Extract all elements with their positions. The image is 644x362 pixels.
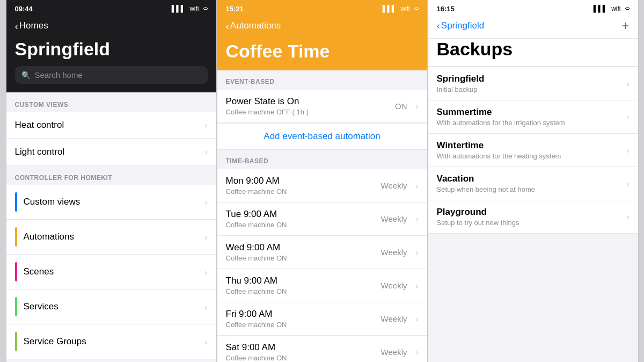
service-groups-label: Service Groups — [24, 336, 201, 347]
backup-subtitle-springfield: Initial backup — [437, 85, 623, 93]
chevron-right-icon-b3: › — [627, 179, 630, 188]
phones-container: 09:44 ▌▌▌ wifi ‹ Homes Springfield 🔍 Sea… — [0, 0, 644, 362]
status-time-1: 09:44 — [15, 5, 33, 13]
time-right-tue: Weekly › — [381, 214, 419, 223]
time-subtitle-thu: Coffee machine ON — [226, 287, 381, 295]
time-subtitle-mon: Coffee machine ON — [226, 187, 381, 196]
time-item-wed[interactable]: Wed 9:00 AM Coffee machine ON Weekly › — [217, 236, 427, 269]
chevron-right-icon-mon: › — [416, 181, 419, 190]
freq-fri: Weekly — [381, 314, 407, 323]
list-item-service-groups[interactable]: Service Groups › — [6, 324, 216, 359]
freq-wed: Weekly — [381, 248, 407, 257]
back-button-2[interactable]: ‹ Automations — [226, 20, 281, 31]
time-right-fri: Weekly › — [381, 314, 419, 323]
back-label-3: Springfield — [441, 20, 484, 31]
backup-title-wintertime: Wintertime — [437, 140, 623, 151]
freq-thu: Weekly — [381, 281, 407, 290]
time-title-thu: Thu 9:00 AM — [226, 276, 381, 286]
freq-mon: Weekly — [381, 181, 407, 190]
search-bar[interactable]: 🔍 Search home — [15, 66, 208, 84]
phone2-title-section: Coffee Time — [217, 39, 427, 70]
backup-item-vacation[interactable]: Vacation Setup when beeing not at home › — [428, 167, 638, 200]
search-placeholder: Search home — [35, 70, 83, 79]
power-state-right: ON › — [395, 102, 419, 111]
chevron-right-icon: › — [205, 120, 208, 129]
phone-springfield: 09:44 ▌▌▌ wifi ‹ Homes Springfield 🔍 Sea… — [6, 0, 217, 362]
list-item-scenes[interactable]: Scenes › — [6, 255, 216, 289]
backup-item-wintertime[interactable]: Wintertime With automations for the heat… — [428, 134, 638, 167]
time-text-thu: Thu 9:00 AM Coffee machine ON — [226, 276, 381, 295]
power-state-item[interactable]: Power State is On Coffee machine OFF ( 1… — [217, 90, 427, 123]
chevron-right-icon-fri: › — [416, 314, 419, 323]
backup-item-summertime[interactable]: Summertime With automations for the irri… — [428, 100, 638, 134]
heat-control-label: Heat control — [15, 120, 201, 131]
section-header-custom-views: CUSTOM VIEWS — [6, 92, 216, 112]
time-item-sat[interactable]: Sat 9:00 AM Coffee machine ON Weekly › — [217, 336, 427, 362]
chevron-left-icon-3: ‹ — [437, 20, 440, 31]
status-bar-3: 16:15 ▌▌▌ wifi — [428, 0, 638, 15]
automations-label: Automations — [24, 231, 201, 242]
time-item-mon[interactable]: Mon 9:00 AM Coffee machine ON Weekly › — [217, 169, 427, 202]
phone3-header: Backups — [428, 39, 638, 67]
accent-bar-services — [15, 297, 17, 316]
back-label-2: Automations — [230, 20, 281, 31]
list-item-services[interactable]: Services › — [6, 289, 216, 324]
backup-title-summertime: Summertime — [437, 107, 623, 118]
list-item-light-control[interactable]: Light control › — [6, 139, 216, 165]
status-icons-2: ▌▌▌ wifi — [383, 5, 419, 12]
back-button-1[interactable]: ‹ Homes — [15, 20, 48, 31]
back-button-3[interactable]: ‹ Springfield — [437, 20, 485, 31]
backup-item-playground[interactable]: Playground Setup to try out new things › — [428, 200, 638, 234]
plus-button[interactable]: + — [621, 19, 629, 32]
time-title-wed: Wed 9:00 AM — [226, 242, 381, 253]
time-text-fri: Fri 9:00 AM Coffee machine ON — [226, 309, 381, 329]
list-item-automations[interactable]: Automations › — [6, 220, 216, 255]
nav-bar-3: ‹ Springfield + — [428, 15, 638, 39]
chevron-right-icon-b4: › — [627, 212, 630, 221]
time-text-wed: Wed 9:00 AM Coffee machine ON — [226, 242, 381, 262]
power-state-title: Power State is On — [226, 96, 396, 107]
chevron-right-icon: › — [205, 147, 208, 156]
freq-tue: Weekly — [381, 214, 407, 223]
backup-title-springfield: Springfield — [437, 74, 623, 84]
time-title-tue: Tue 9:00 AM — [226, 209, 381, 220]
accent-bar-custom-views — [15, 192, 17, 212]
chevron-right-icon: › — [205, 233, 208, 242]
phone-backups: 16:15 ▌▌▌ wifi ‹ Springfield + Backups S… — [428, 0, 639, 362]
chevron-right-icon-tue: › — [416, 214, 419, 223]
backup-item-springfield[interactable]: Springfield Initial backup › — [428, 67, 638, 100]
phone1-content: CUSTOM VIEWS Heat control › Light contro… — [6, 92, 216, 362]
chevron-right-icon: › — [205, 302, 208, 312]
phone-coffee-time: 15:21 ▌▌▌ wifi ‹ Automations Coffee Time… — [217, 0, 428, 362]
chevron-right-icon: › — [205, 198, 208, 207]
backup-subtitle-summertime: With automations for the irrigation syst… — [437, 119, 623, 127]
time-based-header: TIME-BASED — [217, 150, 427, 169]
backup-title-playground: Playground — [437, 207, 623, 218]
backup-title-vacation: Vacation — [437, 173, 623, 184]
time-item-tue[interactable]: Tue 9:00 AM Coffee machine ON Weekly › — [217, 202, 427, 236]
list-item-heat-control[interactable]: Heat control › — [6, 112, 216, 139]
backup-text-playground: Playground Setup to try out new things — [437, 207, 623, 227]
chevron-right-icon-thu: › — [416, 281, 419, 290]
status-time-3: 16:15 — [437, 5, 455, 13]
signal-icon-3: ▌▌▌ — [594, 5, 608, 12]
add-event-automation-button[interactable]: Add event-based automation — [217, 123, 427, 150]
time-title-mon: Mon 9:00 AM — [226, 176, 381, 186]
accent-bar-service-groups — [15, 332, 17, 351]
custom-views-label: Custom views — [24, 197, 201, 207]
event-based-header: EVENT-BASED — [217, 70, 427, 90]
time-right-sat: Weekly › — [381, 347, 419, 357]
phone3-content: Springfield Initial backup › Summertime … — [428, 67, 638, 362]
time-item-fri[interactable]: Fri 9:00 AM Coffee machine ON Weekly › — [217, 302, 427, 336]
chevron-right-icon-b0: › — [627, 79, 630, 88]
signal-icon: ▌▌▌ — [172, 5, 186, 12]
time-item-thu[interactable]: Thu 9:00 AM Coffee machine ON Weekly › — [217, 269, 427, 302]
time-title-sat: Sat 9:00 AM — [226, 342, 381, 353]
nav-bar-1: ‹ Homes — [6, 15, 216, 39]
list-item-custom-views[interactable]: Custom views › — [6, 185, 216, 220]
time-subtitle-tue: Coffee machine ON — [226, 221, 381, 229]
freq-sat: Weekly — [381, 347, 407, 357]
battery-icon — [203, 8, 208, 10]
backup-text-summertime: Summertime With automations for the irri… — [437, 107, 623, 127]
page-title-3: Backups — [437, 39, 630, 60]
